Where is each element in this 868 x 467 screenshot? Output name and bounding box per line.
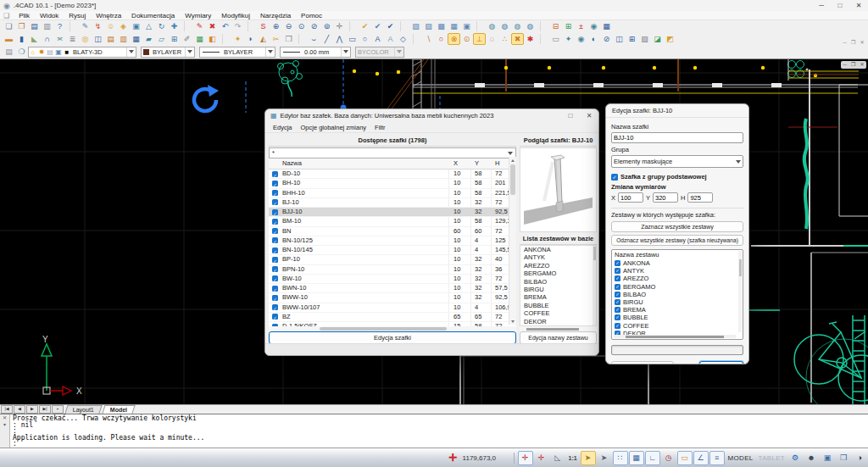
- checkbox-checked-icon[interactable]: ✓: [272, 295, 278, 301]
- checkbox-checked-icon[interactable]: ✓: [272, 171, 278, 177]
- dim-horizontal-icon[interactable]: ⊟: [549, 20, 562, 32]
- checkbox-checked-icon[interactable]: ✓: [272, 266, 278, 272]
- dialog-close-button[interactable]: ✕: [580, 112, 598, 120]
- polar-tracking-icon[interactable]: ◷: [661, 451, 676, 465]
- layer-color-chip-icon[interactable]: ■: [63, 48, 71, 56]
- text-single-icon[interactable]: A: [371, 33, 384, 45]
- checkbox-checked-icon[interactable]: ✓: [272, 275, 278, 281]
- base-cabinet-icon[interactable]: ▤: [104, 33, 117, 45]
- table-row[interactable]: ✓BM-101058129,3: [269, 217, 516, 226]
- draw-polyline-icon[interactable]: ⋀: [333, 33, 346, 45]
- checkbox-checked-icon[interactable]: ✓: [272, 247, 278, 253]
- pan-icon[interactable]: ✛: [333, 20, 346, 32]
- checkbox-checked-icon[interactable]: ✓: [615, 314, 620, 320]
- list-item[interactable]: BILBAO: [520, 278, 596, 286]
- mdi-minimize-icon[interactable]: ─: [843, 40, 847, 45]
- help-icon[interactable]: ?: [53, 20, 66, 32]
- cursor-style-icon[interactable]: ➤: [581, 451, 596, 465]
- list-item[interactable]: ANKONA: [520, 246, 596, 253]
- open-icon[interactable]: ❐: [15, 20, 28, 32]
- draw-circle-icon[interactable]: ○: [359, 33, 371, 45]
- zoom-in-icon[interactable]: ⊕: [270, 20, 282, 32]
- dim-tolerance-icon[interactable]: ±: [575, 20, 587, 32]
- checkbox-checked-icon[interactable]: ✓: [272, 286, 278, 292]
- plot-preview-icon[interactable]: ❍: [15, 46, 28, 58]
- upper-cabinet-icon[interactable]: ▦: [130, 33, 142, 45]
- filter-combo[interactable]: *: [269, 147, 516, 158]
- view-select-2-icon[interactable]: ✔: [371, 20, 384, 32]
- table-row[interactable]: ✓BPN-10103236: [269, 265, 516, 275]
- table-insert-icon[interactable]: ▦: [600, 20, 613, 32]
- checkbox-checked-icon[interactable]: ✓: [272, 181, 278, 186]
- text-multi-icon[interactable]: A: [384, 33, 397, 45]
- linetype-combo[interactable]: BYLAYER: [199, 47, 275, 58]
- snap-grid-icon[interactable]: ∷: [613, 451, 628, 465]
- osnap-midpoint-icon[interactable]: ○: [435, 33, 448, 45]
- layer-freeze-icon[interactable]: ✹: [37, 48, 46, 56]
- chevron-down-icon[interactable]: ▾: [3, 421, 6, 428]
- x-input[interactable]: [618, 192, 643, 203]
- tab-nav-button[interactable]: ◀: [14, 405, 25, 414]
- angle-meter-icon[interactable]: ∠: [693, 451, 709, 465]
- table-row[interactable]: ✓BW-10103272: [269, 275, 516, 284]
- mdi-minimize-icon[interactable]: ─: [843, 61, 847, 69]
- osnap-tangent-icon[interactable]: ◌: [486, 33, 498, 45]
- minimize-button[interactable]: ─: [812, 0, 831, 11]
- render-globe-4-icon[interactable]: ◍: [524, 20, 537, 32]
- swatch-table-icon[interactable]: ◧: [206, 33, 219, 45]
- checkbox-checked-icon[interactable]: ✓: [272, 237, 278, 243]
- table-row[interactable]: ✓BJ-10103272: [269, 198, 516, 208]
- redo-icon[interactable]: ↷: [231, 20, 244, 32]
- set-checkbox-item[interactable]: ✓BILBAO: [612, 291, 743, 298]
- view-iso-2-icon[interactable]: ▨: [422, 20, 435, 32]
- chevron-down-icon[interactable]: [505, 152, 515, 155]
- list-item[interactable]: DEKOR: [520, 318, 596, 325]
- edit-set-name-button[interactable]: Edycja nazwy zestawu: [520, 331, 597, 344]
- undo-icon[interactable]: ↶: [219, 20, 231, 32]
- menu-widok[interactable]: Widok: [35, 11, 64, 20]
- lineweight-display-icon[interactable]: ≡: [709, 451, 725, 465]
- view-iso-3-icon[interactable]: ▩: [435, 20, 448, 32]
- save-icon[interactable]: ▤: [28, 20, 41, 32]
- tab-nav-button[interactable]: |◀: [1, 405, 13, 414]
- checkbox-checked-icon[interactable]: ✓: [615, 299, 620, 305]
- osnap-off-icon[interactable]: ✱: [524, 33, 537, 45]
- color-combo[interactable]: BYLAYER: [141, 47, 195, 58]
- table-row[interactable]: ✓BP-10103240: [269, 255, 516, 264]
- h-input[interactable]: [687, 192, 713, 203]
- material-map-icon[interactable]: ▨: [638, 33, 651, 45]
- corner-element-icon[interactable]: ◣: [28, 33, 41, 45]
- set-checkbox-item[interactable]: ✓BUBBLE: [612, 314, 743, 321]
- view-iso-5-icon[interactable]: ▣: [460, 20, 473, 32]
- object-track-icon[interactable]: ▭: [677, 451, 693, 465]
- menu-rysuj[interactable]: Rysuj: [64, 11, 91, 20]
- dialog-menu-filtr[interactable]: Filtr: [370, 124, 390, 131]
- list-item[interactable]: COFFEE: [520, 309, 596, 317]
- ucs-triangle-icon[interactable]: ◺: [550, 451, 565, 465]
- refresh-icon[interactable]: ↯: [92, 20, 104, 32]
- checkbox-checked-icon[interactable]: ✓: [272, 209, 278, 215]
- table-row[interactable]: ✓BWN-10103257,5: [269, 284, 516, 293]
- wall-cabinet-icon[interactable]: ▮: [15, 33, 28, 45]
- set-checkbox-item[interactable]: ✓ANKONA: [612, 259, 743, 267]
- checkbox-checked-icon[interactable]: ✓: [615, 307, 620, 313]
- mdi-close-icon[interactable]: ✕: [860, 39, 864, 45]
- checkbox-checked-icon[interactable]: ✓: [272, 257, 278, 263]
- checkbox-checked-icon[interactable]: ✓: [615, 292, 620, 297]
- edit-attributes-icon[interactable]: ✎: [193, 20, 206, 32]
- checkbox-checked-icon[interactable]: ✓: [272, 190, 278, 196]
- table-row[interactable]: ✓BN606072: [269, 227, 516, 236]
- annotation-icon[interactable]: ◉: [587, 20, 600, 32]
- close-icon[interactable]: ✕: [3, 414, 7, 421]
- render-shade-icon[interactable]: ◐: [587, 33, 600, 45]
- diamond-style-icon[interactable]: ◈: [117, 20, 130, 32]
- snap-marker-icon[interactable]: ✛: [518, 451, 533, 465]
- table-row[interactable]: ✓BWW-10/107104106,9: [269, 303, 516, 313]
- table-row[interactable]: ✓BJJ-10103292,5: [269, 208, 516, 217]
- command-window[interactable]: ✕ ▾ Proszę czekać... Trwa wczytywanie ko…: [0, 414, 868, 448]
- window-arrange-icon[interactable]: ❒: [836, 451, 851, 465]
- list-item[interactable]: BERGAMO: [520, 270, 596, 277]
- mdi-child-window-controls[interactable]: ─ ❐ ✕: [841, 61, 866, 69]
- mdi-restore-icon[interactable]: ❐: [851, 39, 855, 45]
- table-row[interactable]: ✓BN-10/145104145,5: [269, 246, 516, 255]
